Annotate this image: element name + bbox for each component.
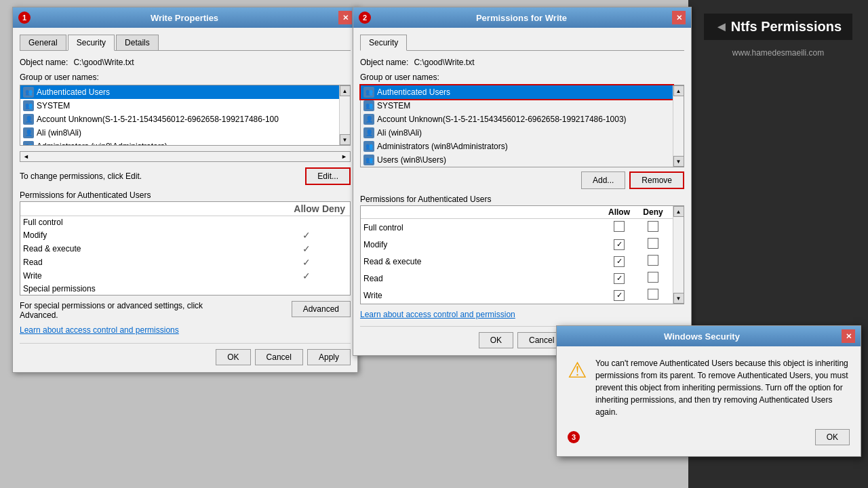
fullcontrol-deny-checkbox[interactable] [648,221,658,232]
perm-read: Read [363,274,602,283]
list-item[interactable]: 👥 Users (win8\Users) [361,153,673,167]
list-item[interactable]: 👤 Ali (win8\Ali) [20,126,339,140]
window2-vscrollbar[interactable]: ▲ ▼ [673,85,684,167]
window2-content: Security Object name: C:\good\Write.txt … [353,28,691,355]
warning-title: Windows Security [562,331,842,342]
readexec-deny[interactable] [636,255,670,268]
scroll-up-arrow[interactable]: ▲ [673,206,684,217]
warning-badge: 3 [568,431,580,443]
window2-remove-button[interactable]: Remove [629,171,684,189]
write-allow-checkbox[interactable]: ✓ [614,290,625,301]
scroll-up-arrow[interactable]: ▲ [673,85,684,96]
hscroll-left[interactable]: ◄ [23,153,29,160]
list-item[interactable]: 👥 SYSTEM [361,99,673,113]
tab-security-w2[interactable]: Security [360,35,407,51]
user-icon: 👥 [23,100,34,111]
window1-cancel-button[interactable]: Cancel [255,349,303,365]
list-item[interactable]: 👤 Account Unknown(S-1-5-21-1543456012-69… [361,113,673,126]
list-item[interactable]: 👤 Ali (win8\Ali) [361,126,673,140]
list-item[interactable]: 👥 Authenticated Users [361,85,673,99]
window1-ok-button[interactable]: OK [216,349,250,365]
list-item[interactable]: 👥 Administrators (win8\Administrators) [361,140,673,153]
user-icon: 👥 [23,141,34,145]
readexec-allow-checkbox[interactable]: ✓ [614,256,625,267]
modify-allow[interactable]: ✓ [602,239,636,250]
window2-close-button[interactable]: ✕ [672,11,686,24]
window1-change-text: To change permissions, click Edit. [20,171,142,181]
write-properties-window: 1 Write Properties ✕ General Security De… [12,7,358,373]
window1-vscrollbar[interactable]: ▲ ▼ [339,85,350,145]
window2-object-row: Object name: C:\good\Write.txt [360,58,684,67]
perm-readexec: Read & execute [363,257,602,266]
window1-title: Write Properties [31,13,338,23]
hscroll-track[interactable]: ◄ ► [20,151,351,162]
tab-details[interactable]: Details [116,35,159,50]
warning-close-button[interactable]: ✕ [842,329,855,343]
deny-col: Deny [636,207,670,217]
warning-message: You can't remove Authenticated Users bec… [595,357,850,418]
ntfs-title: Ntfs Permissions [731,19,842,35]
ntfs-subtitle: www.hamedesmaeili.com [732,48,824,58]
write-deny[interactable] [636,289,670,302]
read-deny[interactable] [636,272,670,285]
list-item[interactable]: 👥 Authenticated Users [20,85,339,99]
user-name: Administrators (win8\Administrators) [37,142,167,145]
window2-user-listbox[interactable]: 👥 Authenticated Users 👥 SYSTEM 👤 Account… [360,85,684,167]
allow-col: Allow [293,203,320,214]
warning-button-row: 3 OK [568,429,850,445]
window2-ok-button[interactable]: OK [479,332,513,348]
perm-row-write: Write ✓ [20,269,350,283]
tab-security[interactable]: Security [68,35,115,51]
readexec-deny-checkbox[interactable] [648,255,658,266]
modify-allow-checkbox[interactable]: ✓ [614,239,625,250]
write-allow[interactable]: ✓ [602,290,636,301]
fullcontrol-deny[interactable] [636,221,670,234]
readexec-allow[interactable]: ✓ [602,256,636,267]
user-name: Authenticated Users [377,87,450,97]
perm-vscrollbar[interactable]: ▲ ▼ [673,206,684,304]
window1-edit-button[interactable]: Edit... [305,167,351,185]
window1-apply-button[interactable]: Apply [307,349,351,365]
perm-row-modify: Modify ✓ [361,236,673,253]
ntfs-title-banner: ◄ Ntfs Permissions [704,14,852,40]
perm-read: Read [23,258,293,267]
tab-general[interactable]: General [20,35,66,50]
window1-advanced-row: For special permissions or advanced sett… [20,301,351,320]
list-item[interactable]: 👥 Administrators (win8\Administrators) [20,140,339,145]
user-name: Users (win8\Users) [377,155,446,165]
window2-title: Permissions for Write [371,13,672,23]
window1-change-row: To change permissions, click Edit. Edit.… [20,167,351,185]
fullcontrol-allow[interactable] [602,221,636,234]
window1-advanced-text: For special permissions or advanced sett… [20,301,223,320]
window1-user-listbox[interactable]: 👥 Authenticated Users 👥 SYSTEM 👤 Account… [20,85,351,146]
window2-learn-link[interactable]: Learn about access control and permissio… [360,310,684,319]
windows-security-dialog: Windows Security ✕ ⚠ You can't remove Au… [556,325,861,457]
user-name: SYSTEM [377,101,410,110]
scroll-down-arrow[interactable]: ▼ [340,134,351,145]
window1-close-button[interactable]: ✕ [338,11,352,24]
window2-add-button[interactable]: Add... [581,171,625,189]
window2-badge: 2 [359,12,371,24]
modify-deny[interactable] [636,238,670,251]
window2-titlebar: 2 Permissions for Write ✕ [353,7,691,28]
read-allow-checkbox[interactable]: ✓ [614,273,625,284]
modify-deny-checkbox[interactable] [648,238,658,249]
fullcontrol-allow-checkbox[interactable] [614,221,625,232]
scroll-up-arrow[interactable]: ▲ [340,85,351,96]
list-item[interactable]: 👥 SYSTEM [20,99,339,113]
warning-ok-button[interactable]: OK [815,429,850,445]
window1-advanced-button[interactable]: Advanced [292,301,351,317]
write-deny-checkbox[interactable] [648,289,658,300]
user-icon: 👤 [23,127,34,138]
read-deny-checkbox[interactable] [648,272,658,283]
perm-row-fullcontrol: Full control [20,216,350,228]
window1-object-row: Object name: C:\good\Write.txt [20,58,351,67]
window1-perm-label: Permissions for Authenticated Users [20,190,351,200]
hscroll-right[interactable]: ► [341,153,347,160]
read-allow[interactable]: ✓ [602,273,636,284]
window1-learn-link[interactable]: Learn about access control and permissio… [20,325,351,335]
scroll-down-arrow[interactable]: ▼ [673,293,684,304]
user-icon: 👤 [363,114,374,125]
list-item[interactable]: 👤 Account Unknown(S-1-5-21-1543456012-69… [20,113,339,126]
scroll-down-arrow[interactable]: ▼ [673,156,684,167]
